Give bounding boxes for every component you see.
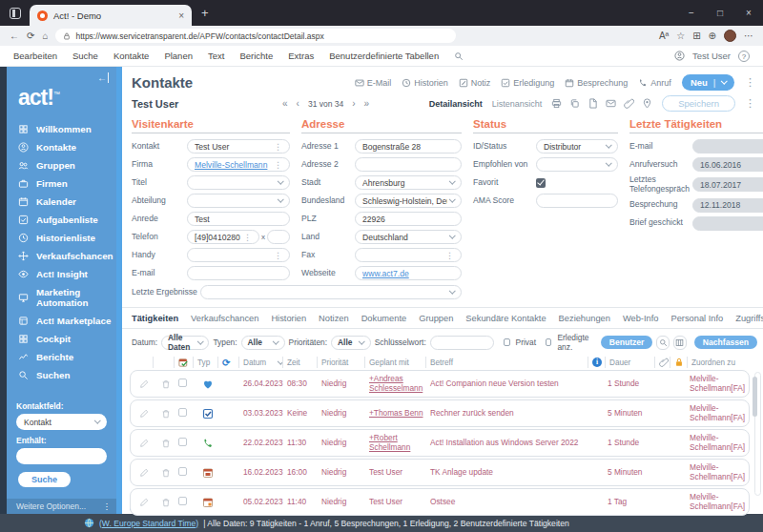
- sidebar-footer-menu-icon[interactable]: ⋮: [103, 501, 112, 511]
- firma-field[interactable]: Melville-Schellmann⋮: [187, 157, 290, 172]
- tab-taetigkeiten[interactable]: Tätigkeiten: [132, 314, 178, 323]
- sidebar-item-suchen[interactable]: Suchen: [7, 366, 116, 384]
- help-icon[interactable]: ?: [738, 51, 750, 62]
- delete-icon[interactable]: [154, 409, 175, 419]
- sidebar-item-willkommen[interactable]: Willkommen: [7, 120, 116, 138]
- export-icon[interactable]: [588, 98, 598, 109]
- anrede-field[interactable]: Test: [187, 212, 290, 226]
- record-overflow-menu-icon[interactable]: ⋮: [745, 97, 755, 110]
- tab-personal-info[interactable]: Personal Info: [670, 314, 723, 323]
- menu-planen[interactable]: Planen: [164, 51, 193, 61]
- suche-button[interactable]: Suche: [18, 472, 71, 487]
- activity-row-3[interactable]: 22.02.2023 11:30 Niedrig +Robert Schellm…: [130, 429, 750, 457]
- col-prioritaet[interactable]: Priorität: [317, 357, 364, 368]
- edit-icon[interactable]: [131, 468, 154, 478]
- webseite-field[interactable]: www.act7.de: [355, 266, 462, 280]
- address-bar[interactable]: https://www.servicetransparent.de/APFW/c…: [55, 29, 456, 43]
- weitere-optionen-link[interactable]: Weitere Optionen...: [16, 501, 86, 511]
- attachment-icon[interactable]: [624, 98, 634, 109]
- row-checkbox[interactable]: [178, 497, 187, 505]
- col-betreff[interactable]: Betreff: [425, 357, 588, 368]
- abteilung-select[interactable]: [187, 194, 290, 208]
- menu-bearbeiten[interactable]: Bearbeiten: [13, 51, 57, 61]
- tab-dokumente[interactable]: Dokumente: [361, 314, 407, 323]
- edit-icon[interactable]: [131, 498, 154, 507]
- notiz-action-button[interactable]: Notiz: [459, 78, 491, 88]
- maximize-button[interactable]: □: [706, 0, 734, 26]
- telefon-ext-field[interactable]: [267, 230, 290, 244]
- sidebar-item-historienliste[interactable]: Historienliste: [7, 229, 116, 247]
- besprechung-action-button[interactable]: Besprechung: [565, 78, 628, 88]
- nachfassen-button[interactable]: Nachfassen: [694, 336, 757, 349]
- stadt-select[interactable]: Ahrensburg: [355, 175, 462, 190]
- erledigte-checkbox[interactable]: [546, 338, 551, 346]
- row-checkbox[interactable]: [178, 438, 187, 446]
- delete-icon[interactable]: [154, 379, 175, 389]
- tab-notizen[interactable]: Notizen: [319, 314, 349, 323]
- erledigung-action-button[interactable]: Erledigung: [501, 78, 554, 88]
- prev-record-icon[interactable]: ‹: [297, 98, 299, 109]
- sidebar-item-act-insight[interactable]: Act! Insight: [7, 265, 116, 283]
- sidebar-item-firmen[interactable]: Firmen: [7, 174, 116, 193]
- menu-suche[interactable]: Suche: [72, 51, 98, 61]
- read-aloud-icon[interactable]: Aª: [659, 31, 669, 41]
- sidebar-item-kontakte[interactable]: Kontakte: [7, 138, 116, 156]
- print-icon[interactable]: [551, 98, 562, 109]
- erledigt-column-icon[interactable]: [178, 358, 189, 368]
- sidebar-item-berichte[interactable]: Berichte: [7, 348, 116, 366]
- email-action-button[interactable]: E-Mail: [355, 78, 392, 88]
- favorites-icon[interactable]: ☆: [676, 31, 685, 41]
- sidebar-item-marketing-automation[interactable]: Marketing Automation: [7, 283, 116, 312]
- col-datum[interactable]: Datum: [238, 357, 282, 368]
- row-checkbox[interactable]: [178, 408, 187, 417]
- col-dauer[interactable]: Dauer: [605, 357, 654, 368]
- titel-select[interactable]: [187, 175, 290, 190]
- sidebar-item-aufgabenliste[interactable]: Aufgabenliste: [7, 211, 116, 229]
- minimize-button[interactable]: −: [677, 0, 706, 26]
- map-pin-icon[interactable]: [642, 98, 652, 109]
- last-record-icon[interactable]: »: [364, 98, 370, 109]
- delete-icon[interactable]: [154, 468, 175, 478]
- edit-icon[interactable]: [131, 379, 154, 389]
- enthaelt-input[interactable]: [16, 448, 107, 464]
- plz-field[interactable]: 22926: [355, 212, 462, 226]
- envelope-icon[interactable]: [606, 98, 616, 109]
- activity-row-2[interactable]: 03.03.2023 Keine Niedrig +Thomas Benn Re…: [130, 399, 750, 427]
- new-tab-button[interactable]: +: [201, 6, 209, 20]
- tab-close-icon[interactable]: ×: [178, 10, 184, 21]
- back-icon[interactable]: ←: [10, 31, 19, 41]
- sidebar-collapse-icon[interactable]: ←: [97, 72, 109, 83]
- close-button[interactable]: ×: [734, 0, 763, 26]
- menu-berichte[interactable]: Berichte: [239, 51, 273, 61]
- speichern-button[interactable]: Speichern: [662, 95, 735, 112]
- anruf-action-button[interactable]: Anruf: [638, 78, 671, 88]
- ama-score-field[interactable]: [536, 194, 618, 208]
- historien-action-button[interactable]: Historien: [402, 78, 448, 88]
- neu-button[interactable]: Neu|: [682, 74, 734, 91]
- tab-sekundaere-kontakte[interactable]: Sekundäre Kontakte: [465, 314, 546, 323]
- sidebar-item-verkaufschancen[interactable]: Verkaufschancen: [7, 247, 116, 265]
- tab-historien[interactable]: Historien: [271, 314, 306, 323]
- table-columns-button[interactable]: [673, 336, 687, 350]
- first-record-icon[interactable]: «: [282, 98, 288, 109]
- datum-filter-select[interactable]: Alle Daten: [161, 336, 209, 350]
- empfohlen-von-select[interactable]: [536, 157, 618, 172]
- adresse2-field[interactable]: [355, 157, 462, 172]
- menu-extras[interactable]: Extras: [288, 51, 314, 61]
- col-geplant-mit[interactable]: Geplant mit: [364, 357, 425, 368]
- refresh-column-icon[interactable]: ⟳: [217, 357, 238, 368]
- privat-checkbox[interactable]: [504, 338, 509, 346]
- table-scrollbar[interactable]: [754, 372, 761, 496]
- sidebar-item-cockpit[interactable]: Cockpit: [7, 330, 116, 348]
- browser-tab[interactable]: Act! - Demo ×: [30, 5, 192, 26]
- row-checkbox[interactable]: [178, 467, 187, 476]
- sidebar-item-act-marketplace[interactable]: Act! Marketplace: [7, 312, 116, 330]
- planned-with-link[interactable]: +Andreas Schlesselmann: [365, 375, 426, 393]
- typen-filter-select[interactable]: Alle: [241, 336, 285, 350]
- activity-row-5[interactable]: 05.02.2023 11:40 Niedrig Test User Ostse…: [130, 488, 750, 516]
- tab-layout-icon[interactable]: [10, 8, 21, 19]
- next-record-icon[interactable]: ›: [352, 98, 355, 109]
- refresh-icon[interactable]: ⟳: [27, 31, 34, 41]
- listenansicht-toggle[interactable]: Listenansicht: [492, 99, 543, 109]
- edit-icon[interactable]: [131, 439, 154, 448]
